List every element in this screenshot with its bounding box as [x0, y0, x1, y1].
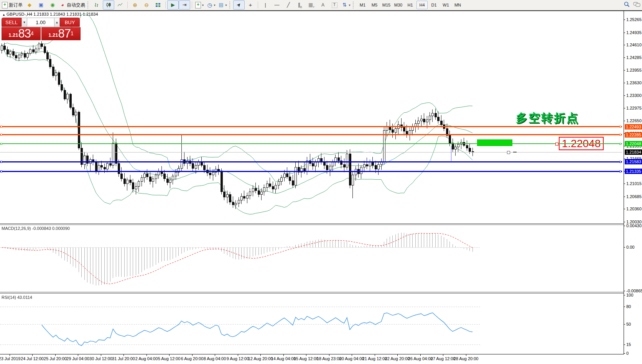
bar-chart-button[interactable] — [91, 0, 103, 10]
volume-decrease-button[interactable]: ▼ — [21, 18, 27, 27]
volume-increase-button[interactable]: ▲ — [54, 18, 60, 27]
symbol-info[interactable]: ▲ GBPUSD-,H4 1.21833 1.21843 1.21831 1.2… — [2, 12, 98, 16]
vertical-line-button[interactable]: | — [260, 0, 271, 10]
hline-pivot-green[interactable] — [0, 143, 622, 144]
search-icon[interactable] — [624, 1, 630, 8]
panel-separator[interactable] — [0, 292, 624, 293]
line-anchor[interactable] — [0, 134, 2, 136]
monitor-icon: ▣ — [38, 2, 44, 8]
fibonacci-button[interactable]: ▦F — [306, 0, 317, 10]
time-axis-label: 31 Jul 20:00 — [112, 356, 135, 361]
hline-resistance-1[interactable] — [0, 126, 622, 127]
rsi-axis-tick — [624, 324, 625, 325]
line-chart-button[interactable] — [114, 0, 126, 10]
time-axis-label: 9 Aug 12:00 — [227, 356, 249, 361]
hline-support-1[interactable] — [0, 161, 622, 162]
macd-panel-canvas[interactable] — [0, 225, 624, 292]
rsi-panel-canvas[interactable] — [0, 293, 624, 354]
line-anchor[interactable] — [619, 171, 621, 172]
horizontal-line-button[interactable]: — — [271, 0, 283, 10]
price-axis-tick-label: 1.20685 — [626, 194, 642, 199]
line-anchor[interactable] — [619, 161, 621, 163]
text-icon: A — [320, 2, 326, 8]
indicators-button[interactable]: +▾ — [194, 0, 205, 10]
autotrading-button[interactable]: ◕ 自动交易 — [58, 0, 86, 10]
toolbar: + 新订单 ◆ ▣ ◉ ◕ 自动交易 ⊕ ⊖ ▶ ⇥ +▾ ◷▾ ▤▾ — [0, 0, 642, 10]
line-anchor[interactable] — [0, 126, 2, 128]
arrows-button[interactable]: ⇅▾ — [340, 0, 352, 10]
timeframe-button-d1[interactable]: D1 — [428, 1, 440, 9]
auto-scroll-button[interactable]: ▶ — [167, 0, 179, 10]
time-axis-tick — [55, 354, 56, 356]
line-anchor[interactable] — [0, 161, 2, 163]
highlight-rectangle[interactable] — [477, 139, 512, 146]
rsi-axis-label: 50 — [626, 322, 631, 326]
chat-icon[interactable] — [633, 1, 640, 8]
zoom-out-button[interactable]: ⊖ — [141, 0, 152, 10]
trendline-button[interactable]: ╱ — [283, 0, 294, 10]
timeframe-button-m15[interactable]: M15 — [381, 1, 392, 9]
buy-price-display[interactable]: 1.21871 — [41, 27, 81, 40]
rsi-axis-label: 15 — [626, 342, 631, 347]
line-anchor[interactable] — [619, 143, 621, 145]
template-icon: ▤ — [218, 2, 224, 8]
hline-resistance-2[interactable] — [0, 134, 622, 135]
rsi-axis-tick — [624, 307, 625, 307]
time-axis-tick — [420, 354, 421, 356]
channel-button[interactable]: ∥E — [294, 0, 306, 10]
time-axis-label: 21 Aug 12:00 — [362, 356, 387, 361]
time-axis-label: 26 Aug 04:00 — [408, 356, 433, 361]
rsi-label: RSI(14) 43.0114 — [2, 295, 32, 300]
price-axis-tick — [624, 209, 625, 209]
crosshair-button[interactable]: + — [245, 0, 256, 10]
line-anchor[interactable] — [0, 171, 2, 172]
dropdown-arrow-icon: ▾ — [349, 3, 350, 7]
zoom-in-button[interactable]: ⊕ — [129, 0, 141, 10]
timeframe-button-m30[interactable]: M30 — [393, 1, 404, 9]
rsi-axis-label: 0 — [626, 351, 629, 356]
chart-shift-button[interactable]: ⇥ — [179, 0, 190, 10]
periods-button[interactable]: ◷▾ — [205, 0, 217, 10]
text-label-icon: T — [332, 2, 337, 8]
line-anchor[interactable] — [619, 134, 621, 136]
gold-tool-button[interactable]: ◆ — [24, 0, 35, 10]
collapse-arrow-icon[interactable]: ▲ — [2, 13, 5, 16]
new-order-button[interactable]: + 新订单 — [1, 0, 24, 10]
price-axis-tick-label: 1.23955 — [626, 68, 642, 72]
monitor-tool-button[interactable]: ▣ — [35, 0, 47, 10]
toolbar-grip — [229, 2, 232, 8]
sell-price-display[interactable]: 1.21834 — [2, 27, 41, 40]
turning-point-annotation[interactable]: 多空转折点 — [516, 110, 579, 126]
timeframe-button-h4[interactable]: H4 — [416, 1, 428, 9]
tile-windows-button[interactable] — [152, 0, 164, 10]
timeframe-button-h1[interactable]: H1 — [405, 1, 416, 9]
autotrading-label: 自动交易 — [67, 2, 85, 8]
templates-button[interactable]: ▤▾ — [217, 0, 228, 10]
dropdown-arrow-icon: ▾ — [202, 3, 204, 7]
last-price-dash — [513, 152, 517, 152]
timeframe-button-mn[interactable]: MN — [452, 1, 463, 9]
candlestick-chart-button[interactable] — [103, 0, 114, 10]
price-axis-tick — [624, 57, 625, 58]
tile-windows-icon — [155, 2, 161, 8]
signal-tool-button[interactable]: ◉ — [47, 0, 58, 10]
callout-anchor[interactable] — [555, 143, 558, 146]
timeframe-button-m1[interactable]: M1 — [357, 1, 368, 9]
time-axis-tick — [147, 354, 147, 356]
time-axis-tick — [169, 354, 170, 356]
bar-chart-icon — [94, 2, 100, 8]
sell-button[interactable]: SELL — [2, 18, 21, 27]
timeframe-button-w1[interactable]: W1 — [440, 1, 451, 9]
hline-support-2[interactable] — [0, 171, 622, 172]
buy-button[interactable]: BUY — [60, 18, 80, 27]
volume-input[interactable] — [27, 18, 54, 27]
line-anchor[interactable] — [0, 143, 2, 145]
toolbar-separator — [258, 2, 258, 8]
line-anchor[interactable] — [619, 126, 621, 128]
cursor-button[interactable]: ➤ — [233, 0, 245, 10]
timeframe-button-m5[interactable]: M5 — [369, 1, 380, 9]
time-axis-label: 12 Aug 20:00 — [248, 356, 273, 361]
text-button[interactable]: A — [317, 0, 329, 10]
text-label-button[interactable]: T — [329, 0, 340, 10]
panel-separator[interactable] — [0, 223, 624, 225]
